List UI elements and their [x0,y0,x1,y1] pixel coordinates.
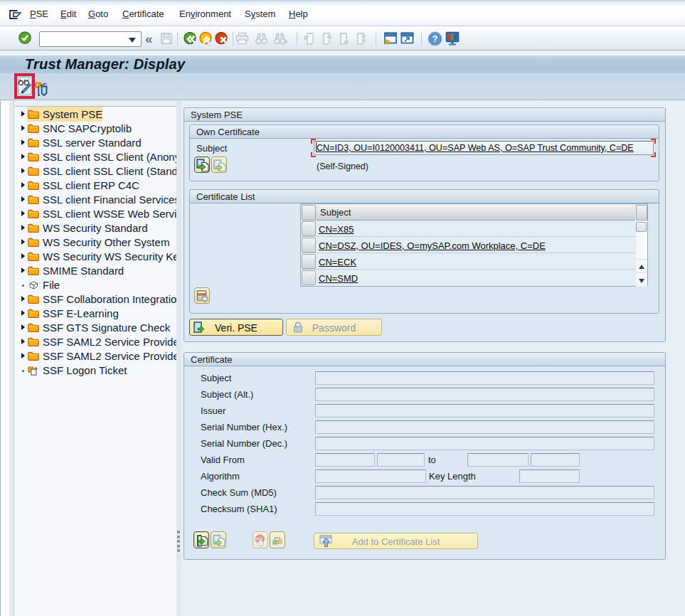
svg-text:?: ? [432,33,438,44]
